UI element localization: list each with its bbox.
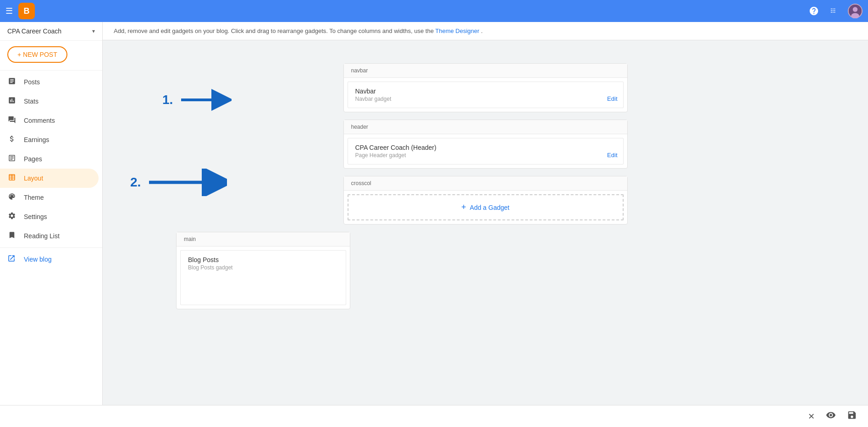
main-section: main Blog Posts Blog Posts gadget — [176, 232, 350, 309]
comments-icon — [7, 115, 17, 126]
header-gadget-title: CPA Career Coach (Header) — [355, 144, 616, 151]
sidebar-item-earnings-label: Earnings — [24, 136, 49, 143]
info-bar: Add, remove and edit gadgets on your blo… — [103, 22, 868, 40]
top-bar: ☰ B — [0, 0, 868, 22]
header-section-label: header — [344, 120, 627, 134]
new-post-button[interactable]: + NEW POST — [7, 46, 67, 63]
info-bar-text: Add, remove and edit gadgets on your blo… — [114, 27, 434, 34]
navbar-section-label: navbar — [344, 64, 627, 78]
pages-icon — [7, 154, 17, 164]
header-gadget-item: CPA Career Coach (Header) Page Header ga… — [348, 138, 624, 164]
main-gadget-subtitle: Blog Posts gadget — [188, 264, 338, 271]
add-gadget-button[interactable]: + Add a Gadget — [348, 194, 624, 220]
crosscol-section-label: crosscol — [344, 176, 627, 191]
navbar-gadget-title: Navbar — [355, 88, 616, 95]
canvas-area: 1. 2. — [103, 40, 868, 427]
apps-icon[interactable] — [828, 5, 840, 17]
stats-icon — [7, 96, 17, 106]
layout-icon — [7, 173, 17, 183]
sidebar-item-posts[interactable]: Posts — [0, 72, 99, 92]
sidebar-item-pages[interactable]: Pages — [0, 149, 99, 169]
sections-wrapper: navbar Navbar Navbar gadget Edit header … — [121, 59, 850, 317]
hamburger-icon[interactable]: ☰ — [6, 6, 13, 16]
crosscol-section: crosscol + Add a Gadget — [343, 176, 628, 224]
main-layout: CPA Career Coach ▾ + NEW POST Posts Stat… — [0, 22, 868, 427]
svg-point-1 — [853, 7, 858, 12]
sidebar-item-comments-label: Comments — [24, 117, 55, 124]
posts-icon — [7, 77, 17, 87]
blogger-logo: B — [18, 3, 35, 19]
avatar[interactable] — [848, 4, 862, 18]
reading-list-icon — [7, 231, 17, 241]
sidebar-item-pages-label: Pages — [24, 155, 42, 163]
sidebar-item-layout[interactable]: Layout — [0, 169, 99, 188]
sidebar-item-layout-label: Layout — [24, 175, 43, 182]
view-blog-item[interactable]: View blog — [0, 250, 102, 268]
sidebar-item-stats[interactable]: Stats — [0, 92, 99, 111]
sidebar-item-theme[interactable]: Theme — [0, 188, 99, 207]
blog-selector[interactable]: CPA Career Coach ▾ — [0, 22, 102, 41]
main-gadget-title: Blog Posts — [188, 256, 338, 263]
navbar-section: navbar Navbar Navbar gadget Edit — [343, 63, 628, 112]
view-blog-label: View blog — [24, 256, 51, 263]
blog-name: CPA Career Coach — [7, 27, 92, 35]
header-section: header CPA Career Coach (Header) Page He… — [343, 120, 628, 169]
close-icon[interactable]: ✕ — [808, 411, 815, 422]
settings-icon — [7, 212, 17, 222]
bottom-toolbar: ✕ — [0, 405, 868, 427]
nav-divider-2 — [0, 247, 102, 248]
navbar-gadget-item: Navbar Navbar gadget Edit — [348, 82, 624, 108]
sidebar: CPA Career Coach ▾ + NEW POST Posts Stat… — [0, 22, 103, 427]
navbar-gadget-subtitle: Navbar gadget — [355, 96, 616, 102]
sidebar-item-posts-label: Posts — [24, 78, 40, 86]
info-bar-text-end: . — [481, 27, 483, 34]
navbar-edit-link[interactable]: Edit — [607, 95, 617, 102]
nav-divider-1 — [0, 70, 102, 71]
help-icon[interactable] — [807, 5, 820, 17]
add-gadget-plus-icon: + — [461, 203, 466, 212]
header-gadget-subtitle: Page Header gadget — [355, 152, 616, 159]
sidebar-item-theme-label: Theme — [24, 194, 44, 201]
save-icon[interactable] — [847, 410, 857, 422]
blogger-logo-text: B — [24, 6, 30, 16]
theme-designer-link[interactable]: Theme Designer — [435, 27, 479, 34]
header-edit-link[interactable]: Edit — [607, 152, 617, 159]
view-blog-icon — [7, 254, 17, 264]
sidebar-item-reading-list-label: Reading List — [24, 232, 60, 240]
top-bar-left: ☰ B — [6, 3, 35, 19]
theme-icon — [7, 192, 17, 203]
dropdown-arrow-icon: ▾ — [92, 28, 95, 34]
sidebar-item-comments[interactable]: Comments — [0, 111, 99, 130]
preview-icon[interactable] — [826, 410, 836, 422]
main-content: Add, remove and edit gadgets on your blo… — [103, 22, 868, 427]
main-section-label: main — [177, 232, 350, 246]
sidebar-item-stats-label: Stats — [24, 98, 39, 105]
sidebar-item-reading-list[interactable]: Reading List — [0, 226, 99, 246]
sidebar-item-earnings[interactable]: Earnings — [0, 130, 99, 149]
add-gadget-label: Add a Gadget — [470, 204, 509, 211]
main-gadget-item: Blog Posts Blog Posts gadget — [180, 250, 346, 305]
earnings-icon — [7, 135, 17, 145]
sidebar-item-settings-label: Settings — [24, 213, 47, 220]
top-bar-right — [807, 4, 862, 18]
sidebar-item-settings[interactable]: Settings — [0, 207, 99, 226]
